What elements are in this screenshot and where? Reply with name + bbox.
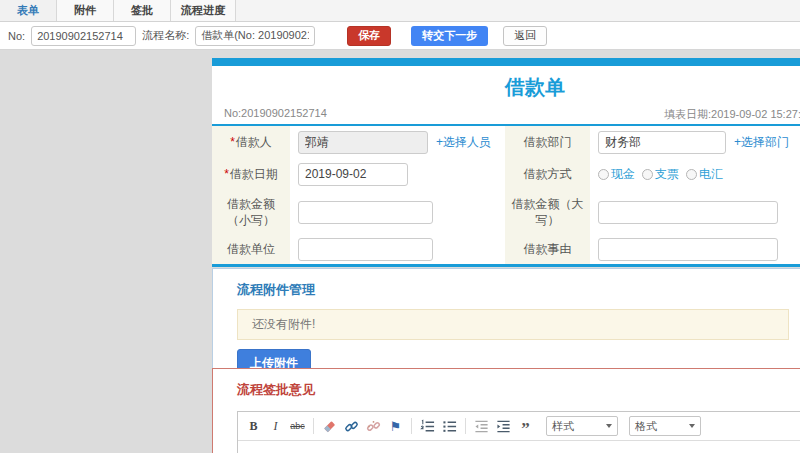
department-input[interactable] — [598, 131, 726, 154]
radio-option-cheque[interactable]: 支票 — [642, 166, 679, 183]
flow-name-input[interactable] — [195, 26, 315, 46]
tab-form-label: 表单 — [17, 4, 39, 16]
amount-small-label-text: 借款金额（小写） — [218, 196, 284, 228]
chevron-down-icon — [606, 424, 612, 428]
radio-label-wire: 电汇 — [699, 166, 723, 183]
amount-big-field — [590, 190, 800, 234]
loan-method-label-text: 借款方式 — [524, 166, 572, 182]
loan-date-field — [290, 158, 505, 190]
radio-option-wire[interactable]: 电汇 — [686, 166, 723, 183]
styles-dropdown-label: 样式 — [552, 419, 574, 434]
indent-icon[interactable] — [494, 417, 513, 436]
loan-method-label: 借款方式 — [505, 158, 590, 190]
content-area: 借款单 No:20190902152714 填表日期:2019-09-02 15… — [0, 50, 800, 453]
tab-progress-label: 流程进度 — [181, 4, 225, 16]
attachment-panel-header: 流程附件管理 — [213, 279, 800, 305]
loan-date-label: *借款日期 — [212, 158, 290, 190]
tab-bar: 表单 附件 签批 流程进度 — [0, 0, 800, 22]
department-field: +选择部门 — [590, 126, 800, 158]
loan-unit-label-text: 借款单位 — [227, 241, 275, 257]
form-fields-grid: *借款人 +选择人员 借款部门 +选择部门 *借款日期 借款方式 现金 支票 电… — [212, 126, 800, 264]
select-person-link[interactable]: +选择人员 — [436, 134, 491, 151]
amount-big-label-text: 借款金额（大写） — [511, 196, 584, 228]
editor-toolbar: B I abc ⚑ — [238, 412, 800, 441]
format-dropdown[interactable]: 格式 — [629, 416, 701, 436]
tab-approval[interactable]: 签批 — [114, 0, 171, 21]
outdent-icon[interactable] — [472, 417, 491, 436]
loan-unit-input[interactable] — [298, 238, 433, 261]
save-button[interactable]: 保存 — [347, 26, 391, 46]
approval-panel: 流程签批意见 B I abc ⚑ — [212, 368, 800, 453]
amount-big-label: 借款金额（大写） — [505, 190, 590, 234]
form-title: 借款单 — [224, 74, 800, 100]
borrower-input[interactable] — [298, 131, 428, 154]
tab-attachments-label: 附件 — [74, 4, 96, 16]
loan-unit-label: 借款单位 — [212, 234, 290, 264]
tab-attachments[interactable]: 附件 — [57, 0, 114, 21]
tab-approval-label: 签批 — [131, 4, 153, 16]
radio-label-cheque: 支票 — [655, 166, 679, 183]
toolbar-separator — [313, 418, 314, 434]
no-attachment-notice: 还没有附件! — [237, 309, 789, 340]
flow-name-label: 流程名称: — [142, 28, 189, 43]
numbered-list-icon[interactable] — [418, 417, 437, 436]
amount-small-input[interactable] — [298, 201, 433, 224]
loan-reason-input[interactable] — [598, 238, 778, 261]
required-marker: * — [224, 167, 229, 181]
anchor-icon[interactable]: ⚑ — [386, 417, 405, 436]
loan-form-card: 借款单 No:20190902152714 填表日期:2019-09-02 15… — [212, 58, 800, 267]
select-department-link[interactable]: +选择部门 — [734, 134, 789, 151]
form-meta-row: No:20190902152714 填表日期:2019-09-02 15:27:… — [224, 104, 800, 124]
form-header: 借款单 No:20190902152714 填表日期:2019-09-02 15… — [212, 66, 800, 126]
borrower-field: +选择人员 — [290, 126, 505, 158]
loan-reason-label: 借款事由 — [505, 234, 590, 264]
loan-method-field: 现金 支票 电汇 — [590, 158, 800, 190]
blockquote-icon[interactable]: ” — [516, 417, 535, 436]
strikethrough-icon[interactable]: abc — [288, 417, 307, 436]
loan-unit-field — [290, 234, 505, 264]
loan-method-radio-group: 现金 支票 电汇 — [598, 166, 723, 183]
remove-format-icon[interactable] — [320, 417, 339, 436]
radio-icon — [598, 169, 609, 180]
amount-small-label: 借款金额（小写） — [212, 190, 290, 234]
italic-icon[interactable]: I — [266, 417, 285, 436]
form-bottom-accent-bar — [212, 264, 800, 267]
borrower-label-text: 借款人 — [236, 135, 272, 149]
radio-label-cash: 现金 — [611, 166, 635, 183]
tab-progress[interactable]: 流程进度 — [171, 0, 236, 21]
borrower-label: *借款人 — [212, 126, 290, 158]
loan-reason-field — [590, 234, 800, 264]
form-date-text: 填表日期:2019-09-02 15:27:1 — [664, 107, 800, 122]
format-dropdown-label: 格式 — [635, 419, 657, 434]
loan-date-input[interactable] — [298, 163, 408, 186]
amount-small-field — [290, 190, 505, 234]
loan-reason-label-text: 借款事由 — [524, 241, 572, 257]
tab-form[interactable]: 表单 — [0, 0, 57, 21]
forward-next-step-button[interactable]: 转交下一步 — [411, 26, 488, 46]
form-top-accent-bar — [212, 58, 800, 66]
department-label: 借款部门 — [505, 126, 590, 158]
rich-text-editor: B I abc ⚑ — [237, 411, 800, 453]
link-icon[interactable] — [342, 417, 361, 436]
no-label: No: — [8, 30, 25, 42]
radio-icon — [642, 169, 653, 180]
amount-big-input[interactable] — [598, 201, 778, 224]
required-marker: * — [230, 135, 235, 149]
chevron-down-icon — [689, 424, 695, 428]
no-input[interactable] — [31, 26, 136, 46]
loan-date-label-text: 借款日期 — [230, 167, 278, 181]
back-button[interactable]: 返回 — [503, 26, 547, 46]
unlink-icon[interactable] — [364, 417, 383, 436]
form-no-text: No:20190902152714 — [224, 107, 327, 119]
radio-icon — [686, 169, 697, 180]
toolbar-separator — [465, 418, 466, 434]
command-bar: No: 流程名称: 保存 转交下一步 返回 — [0, 22, 800, 50]
toolbar-separator — [411, 418, 412, 434]
styles-dropdown[interactable]: 样式 — [546, 416, 618, 436]
approval-panel-header: 流程签批意见 — [213, 379, 800, 405]
editor-content-area[interactable] — [238, 441, 800, 453]
bullet-list-icon[interactable] — [440, 417, 459, 436]
bold-icon[interactable]: B — [244, 417, 263, 436]
radio-option-cash[interactable]: 现金 — [598, 166, 635, 183]
department-label-text: 借款部门 — [524, 134, 572, 150]
